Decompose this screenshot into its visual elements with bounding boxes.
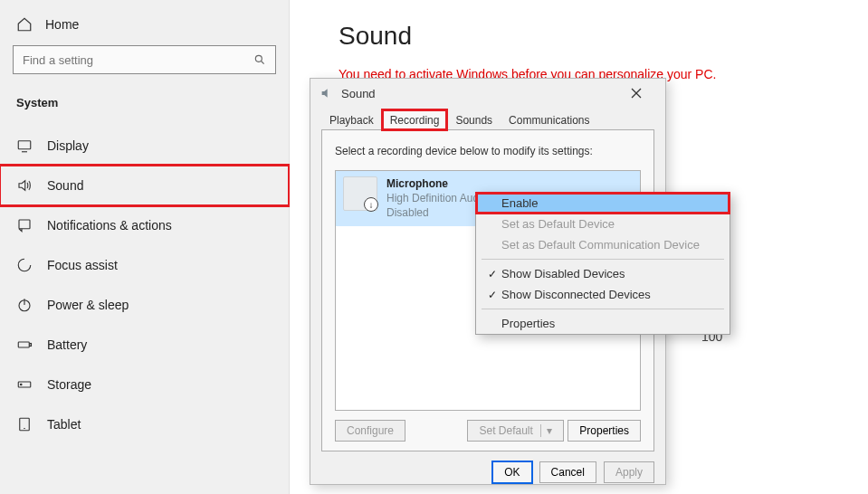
- svg-point-0: [255, 55, 262, 62]
- search-box[interactable]: [13, 45, 276, 74]
- search-input[interactable]: [23, 53, 253, 67]
- sidebar-item-sound[interactable]: Sound: [0, 166, 289, 205]
- sound-icon: [16, 177, 33, 194]
- check-icon: ✓: [483, 289, 501, 301]
- device-context-menu: Enable Set as Default Device Set as Defa…: [475, 192, 730, 335]
- nav-list: Display Sound Notifications & actions Fo…: [0, 126, 289, 444]
- sidebar-item-label: Storage: [47, 377, 91, 392]
- recording-instruction: Select a recording device below to modif…: [335, 145, 641, 157]
- search-container: [0, 45, 289, 92]
- ctx-show-disconnected[interactable]: ✓ Show Disconnected Devices: [476, 284, 730, 305]
- ctx-enable[interactable]: Enable: [476, 193, 730, 214]
- device-name: Microphone: [386, 176, 523, 191]
- sidebar-item-label: Power & sleep: [47, 298, 129, 312]
- sidebar-item-label: Sound: [47, 178, 83, 193]
- configure-button[interactable]: Configure: [335, 420, 405, 442]
- svg-rect-7: [18, 342, 29, 347]
- focus-assist-icon: [16, 257, 33, 273]
- speaker-icon: [320, 86, 334, 100]
- sidebar-item-display[interactable]: Display: [0, 126, 289, 166]
- tab-recording[interactable]: Recording: [382, 109, 448, 130]
- sidebar-item-label: Battery: [47, 337, 87, 352]
- search-icon: [253, 53, 266, 66]
- display-icon: [16, 138, 33, 154]
- menu-separator: [482, 259, 724, 260]
- microphone-icon: ↓: [343, 176, 377, 211]
- dialog-title: Sound: [341, 87, 631, 100]
- notifications-icon: [16, 217, 33, 233]
- svg-rect-8: [30, 344, 32, 347]
- ctx-set-comm-default[interactable]: Set as Default Communication Device: [476, 234, 730, 255]
- tablet-icon: [16, 416, 33, 432]
- properties-button[interactable]: Properties: [568, 420, 641, 442]
- tab-sounds[interactable]: Sounds: [447, 109, 501, 130]
- ctx-enable-label: Enable: [501, 196, 720, 210]
- ctx-show-disconnected-label: Show Disconnected Devices: [501, 288, 720, 301]
- home-link[interactable]: Home: [0, 11, 289, 45]
- ok-button[interactable]: OK: [492, 461, 531, 483]
- cancel-button[interactable]: Cancel: [539, 461, 596, 483]
- sidebar-item-storage[interactable]: Storage: [0, 365, 289, 404]
- sidebar-item-label: Display: [47, 138, 89, 153]
- tab-playback[interactable]: Playback: [321, 109, 382, 130]
- dialog-footer-buttons: OK Cancel Apply: [310, 461, 665, 494]
- chevron-down-icon: ▾: [540, 424, 552, 437]
- svg-rect-2: [18, 141, 31, 149]
- sidebar-item-label: Focus assist: [47, 258, 118, 272]
- ctx-show-disabled[interactable]: ✓ Show Disabled Devices: [476, 263, 730, 284]
- home-label: Home: [45, 17, 79, 32]
- close-button[interactable]: [631, 88, 656, 99]
- sidebar-item-battery[interactable]: Battery: [0, 325, 289, 365]
- sidebar-item-label: Notifications & actions: [47, 218, 172, 233]
- ctx-properties[interactable]: Properties: [476, 313, 730, 334]
- ctx-properties-label: Properties: [501, 317, 720, 330]
- sidebar-item-power-sleep[interactable]: Power & sleep: [0, 285, 289, 325]
- ctx-set-default[interactable]: Set as Default Device: [476, 214, 730, 234]
- battery-icon: [16, 337, 33, 353]
- dialog-titlebar[interactable]: Sound: [310, 79, 665, 108]
- settings-sidebar: Home System Display Sound Notifications …: [0, 0, 290, 494]
- apply-button[interactable]: Apply: [604, 461, 654, 483]
- ctx-set-comm-default-label: Set as Default Communication Device: [501, 238, 720, 252]
- svg-line-1: [262, 62, 264, 64]
- sidebar-item-tablet[interactable]: Tablet: [0, 404, 289, 444]
- storage-icon: [16, 376, 33, 393]
- home-icon: [16, 16, 33, 33]
- disabled-badge-icon: ↓: [364, 197, 378, 212]
- ctx-set-default-label: Set as Default Device: [501, 217, 720, 231]
- tab-communications[interactable]: Communications: [501, 109, 597, 130]
- sidebar-item-notifications[interactable]: Notifications & actions: [0, 205, 289, 245]
- section-header: System: [0, 92, 289, 126]
- sidebar-item-label: Tablet: [47, 417, 81, 432]
- svg-rect-4: [19, 220, 30, 229]
- menu-separator: [482, 309, 724, 309]
- set-default-button[interactable]: Set Default ▾: [467, 420, 563, 442]
- check-icon: ✓: [483, 268, 501, 280]
- panel-buttons: Configure Set Default ▾ Properties: [335, 420, 641, 442]
- page-title: Sound: [339, 22, 868, 51]
- sidebar-item-focus-assist[interactable]: Focus assist: [0, 245, 289, 285]
- svg-point-10: [21, 384, 23, 385]
- dialog-tabs: Playback Recording Sounds Communications: [310, 108, 665, 130]
- power-icon: [16, 297, 33, 313]
- set-default-label: Set Default: [479, 424, 532, 437]
- ctx-show-disabled-label: Show Disabled Devices: [501, 267, 720, 280]
